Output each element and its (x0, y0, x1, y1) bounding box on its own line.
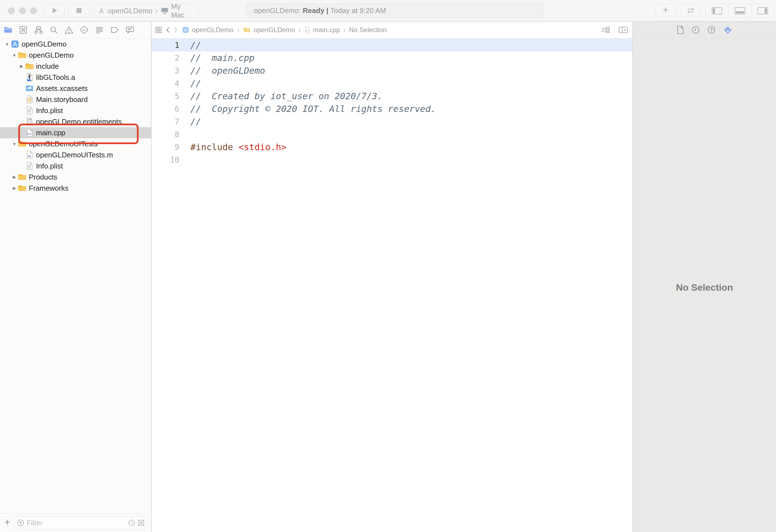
add-editor-icon[interactable] (619, 26, 628, 34)
file-inspector-icon[interactable] (677, 25, 684, 34)
source-control-status-icon[interactable] (138, 519, 145, 526)
cpp-file-icon: C++ (25, 128, 34, 137)
breadcrumb-separator-icon: › (343, 26, 346, 34)
navigator-tab-find[interactable] (49, 25, 58, 34)
tree-row-opengldemouitests[interactable]: ▼openGLDemoUITests (0, 138, 151, 149)
folder-file-icon (18, 173, 27, 182)
quick-help-inspector-icon[interactable]: ? (707, 26, 716, 34)
filter-field[interactable]: Filter (14, 517, 147, 530)
tree-row-label: libGLTools.a (36, 73, 75, 82)
code-line-7[interactable]: 7// (152, 115, 632, 128)
zoom-window-button[interactable] (30, 7, 37, 14)
breadcrumb-label: openGLDemo (192, 26, 233, 34)
tree-row-label: Info.plist (36, 162, 63, 171)
navigator-tab-symbols[interactable] (34, 25, 43, 34)
navigator-tab-source-control[interactable] (19, 25, 28, 34)
disclosure-triangle[interactable]: ▼ (11, 53, 18, 58)
project-crumb-icon (182, 27, 189, 33)
navigator-filter-bar: + Filter (0, 513, 151, 532)
history-inspector-icon[interactable] (692, 26, 700, 34)
library-button[interactable]: + (655, 4, 676, 17)
toggle-debug-area-button[interactable] (729, 4, 752, 17)
disclosure-triangle[interactable]: ▼ (11, 142, 18, 146)
line-number: 3 (152, 66, 179, 75)
code-line-6[interactable]: 6// Copyright © 2020 IOT. All rights res… (152, 102, 632, 115)
tree-row-opengldemo[interactable]: ▼openGLDemo (0, 50, 151, 61)
navigator-tab-reports[interactable] (126, 25, 135, 34)
svg-text:?: ? (710, 28, 713, 32)
code-line-4[interactable]: 4// (152, 77, 632, 90)
tree-row-opengldemo[interactable]: ▼openGLDemo (0, 38, 151, 50)
navigator-sidebar: ▼openGLDemo▼openGLDemo▶includelibGLTools… (0, 22, 152, 532)
editor-options-icon[interactable] (601, 26, 610, 34)
toggle-inspector-button[interactable] (751, 4, 774, 17)
tree-row-frameworks[interactable]: ▶Frameworks (0, 183, 151, 194)
code-line-1[interactable]: 1// (152, 39, 632, 51)
code-line-5[interactable]: 5// Created by iot_user on 2020/7/3. (152, 90, 632, 102)
tree-row-info-plist[interactable]: Info.plist (0, 161, 151, 172)
editor-controls (601, 26, 628, 34)
activity-status: openGLDemo: Ready | Today at 9:20 AM (246, 3, 544, 18)
disclosure-triangle[interactable]: ▶ (11, 186, 18, 191)
scheme-destination-label: My Mac (171, 2, 194, 19)
stop-button[interactable] (68, 4, 89, 17)
swap-arrows-icon (686, 7, 695, 14)
back-button[interactable] (166, 27, 170, 33)
inspector-tab-bar: ? (633, 22, 776, 38)
svg-text:C++: C++ (27, 133, 32, 136)
navigator-tab-breakpoints[interactable] (110, 25, 119, 34)
down-arrow-inspector-icon-selected[interactable] (723, 25, 733, 35)
line-source: // (190, 116, 201, 127)
scheme-selector[interactable]: openGLDemo › My Mac (94, 4, 198, 18)
code-line-10[interactable]: 10 (152, 154, 632, 166)
forward-button[interactable] (174, 27, 178, 33)
jump-bar: openGLDemo›openGLDemo›C++main.cpp›No Sel… (152, 22, 632, 39)
disclosure-triangle[interactable]: ▶ (11, 175, 18, 180)
line-number: 8 (152, 130, 179, 139)
breadcrumb-label: openGLDemo (253, 26, 295, 34)
code-line-9[interactable]: 9#include <stdio.h> (152, 141, 632, 154)
toggle-navigator-button[interactable] (706, 4, 729, 17)
tree-row-libgltools-a[interactable]: libGLTools.a (0, 72, 151, 83)
navigator-tab-issues[interactable] (64, 25, 73, 34)
line-number: 9 (152, 143, 179, 152)
tree-row-products[interactable]: ▶Products (0, 172, 151, 183)
code-line-2[interactable]: 2// main.cpp (152, 51, 632, 64)
plist-file-icon (25, 162, 34, 171)
navigator-tab-tests[interactable] (80, 25, 89, 34)
svg-text:C++: C++ (306, 30, 309, 32)
line-source: // Created by iot_user on 2020/7/3. (190, 91, 383, 101)
code-area[interactable]: 1//2// main.cpp3// openGLDemo4//5// Crea… (152, 39, 632, 532)
tree-row-main-storyboard[interactable]: Main.storyboard (0, 94, 151, 105)
tree-row-label: Info.plist (36, 106, 63, 115)
related-items-icon[interactable] (155, 26, 162, 33)
tree-row-main-cpp[interactable]: C++main.cpp (0, 127, 151, 138)
disclosure-triangle[interactable]: ▶ (18, 64, 25, 69)
code-line-8[interactable]: 8 (152, 128, 632, 141)
divider (614, 26, 615, 33)
line-source: // main.cpp (190, 53, 254, 63)
tree-row-opengldemo-entitlements[interactable]: openGLDemo.entitlements (0, 116, 151, 127)
navigator-tab-project-selected[interactable] (4, 25, 12, 34)
breadcrumb-item-opengldemo[interactable]: ›openGLDemo (233, 26, 295, 34)
run-button[interactable] (44, 4, 64, 17)
svg-text:m: m (28, 154, 31, 158)
breadcrumb-separator-icon: › (299, 26, 301, 34)
tree-row-info-plist[interactable]: Info.plist (0, 105, 151, 116)
tree-row-assets-xcassets[interactable]: Assets.xcassets (0, 83, 151, 94)
breadcrumb-item-main-cpp[interactable]: ›C++main.cpp (295, 26, 340, 34)
line-number: 6 (152, 104, 179, 113)
recent-files-clock-icon[interactable] (128, 519, 135, 526)
code-line-3[interactable]: 3// openGLDemo (152, 64, 632, 77)
disclosure-triangle[interactable]: ▼ (4, 42, 11, 46)
navigator-tab-debug[interactable] (95, 25, 104, 34)
breadcrumb-item-opengldemo[interactable]: openGLDemo (182, 26, 233, 34)
editor-mode-button[interactable] (681, 4, 701, 17)
close-window-button[interactable] (8, 7, 15, 14)
tree-row-include[interactable]: ▶include (0, 61, 151, 72)
tree-row-opengldemouitests-m[interactable]: mopenGLDemoUITests.m (0, 149, 151, 161)
add-item-button[interactable]: + (4, 517, 10, 528)
inspector-empty-label: No Selection (676, 282, 733, 293)
breadcrumb-item-no-selection[interactable]: ›No Selection (340, 26, 387, 34)
minimize-window-button[interactable] (19, 7, 26, 14)
